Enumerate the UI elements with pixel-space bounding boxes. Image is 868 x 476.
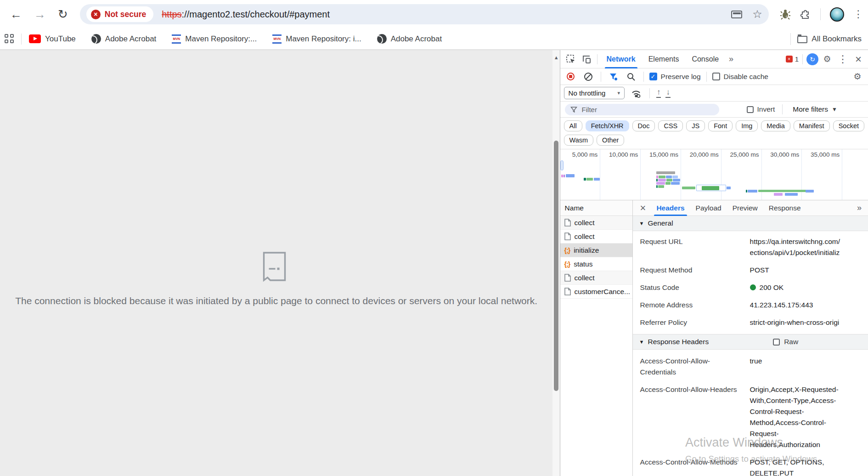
record-network-log-icon[interactable] xyxy=(564,70,578,83)
bookmark-maven-2[interactable]: MVNMaven Repository: i... xyxy=(272,34,361,44)
error-count: 1 xyxy=(795,55,799,63)
network-settings-icon[interactable]: ⚙ xyxy=(851,70,864,83)
not-secure-badge[interactable]: × Not secure xyxy=(86,6,153,22)
devtools-close-icon[interactable]: × xyxy=(851,53,865,66)
devtools-settings-icon[interactable]: ⚙ xyxy=(820,53,834,66)
general-section-header[interactable]: ▼ General xyxy=(633,216,868,231)
network-overview[interactable]: 5,000 ms 10,000 ms 15,000 ms 20,000 ms 2… xyxy=(560,149,868,200)
waterfall-bar xyxy=(594,178,600,181)
browser-toolbar: ← → ↻ × Not secure https://magento2.test… xyxy=(0,0,868,28)
bug-extension-icon[interactable]: c xyxy=(780,9,791,20)
chip-js[interactable]: JS xyxy=(686,120,705,131)
scrollbar-thumb[interactable] xyxy=(554,141,558,391)
chip-other[interactable]: Other xyxy=(597,135,624,146)
bookmark-youtube[interactable]: YouTube xyxy=(29,34,76,44)
extensions-puzzle-icon[interactable] xyxy=(800,9,811,20)
chip-manifest[interactable]: Manifest xyxy=(794,120,830,131)
all-bookmarks-label: All Bookmarks xyxy=(812,34,862,44)
header-label: Request Method xyxy=(640,265,744,276)
header-label: Status Code xyxy=(640,282,744,293)
bookmark-maven-1[interactable]: MVNMaven Repository:... xyxy=(172,34,257,44)
chip-css[interactable]: CSS xyxy=(658,120,683,131)
chip-wasm[interactable]: Wasm xyxy=(564,135,594,146)
device-toolbar-icon[interactable] xyxy=(580,53,593,66)
devtools-panel: Network Elements Console » × 1 ↻ ⚙ ⋮ × xyxy=(560,50,868,476)
apps-grid-icon[interactable] xyxy=(5,34,15,44)
inspect-element-icon[interactable] xyxy=(564,53,578,66)
detail-tab-response[interactable]: Response xyxy=(764,200,806,216)
request-row-collect-1[interactable]: collect xyxy=(560,216,632,230)
chevron-down-icon: ▾ xyxy=(617,90,620,96)
more-tabs-icon[interactable]: » xyxy=(726,54,736,64)
more-filters-button[interactable]: More filters ▼ xyxy=(793,105,837,113)
payment-card-icon[interactable] xyxy=(731,11,742,18)
preserve-log-checkbox[interactable]: ✓ xyxy=(649,73,657,80)
header-value: https://qa.interswitchng.com/ections/api… xyxy=(750,236,842,258)
back-icon[interactable]: ← xyxy=(10,8,22,20)
chip-media[interactable]: Media xyxy=(761,120,790,131)
network-conditions-icon[interactable] xyxy=(629,87,643,100)
tab-console[interactable]: Console xyxy=(686,50,724,68)
bookmark-acrobat-2[interactable]: Adobe Acrobat xyxy=(377,34,442,44)
profile-avatar[interactable] xyxy=(830,7,844,22)
forward-icon[interactable]: → xyxy=(34,8,46,20)
name-column-header[interactable]: Name xyxy=(560,200,632,216)
detail-tab-preview[interactable]: Preview xyxy=(727,200,763,216)
clear-network-log-icon[interactable] xyxy=(581,70,595,83)
waterfall-bar xyxy=(566,174,575,177)
detail-tab-headers[interactable]: Headers xyxy=(651,200,689,216)
tab-network[interactable]: Network xyxy=(601,50,641,68)
request-row-collect-3[interactable]: collect xyxy=(560,271,632,285)
header-value: Origin,Accept,X-Requested-With,Content-T… xyxy=(750,384,842,450)
all-bookmarks-button[interactable]: All Bookmarks xyxy=(797,34,862,44)
search-icon[interactable] xyxy=(624,70,638,83)
invert-checkbox[interactable] xyxy=(747,106,754,113)
address-bar[interactable]: × Not secure https://magento2.test/check… xyxy=(80,4,769,24)
bookmark-star-icon[interactable]: ☆ xyxy=(752,9,762,20)
filter-input[interactable]: Filter xyxy=(565,104,719,115)
reload-icon[interactable]: ↻ xyxy=(58,8,68,20)
request-row-status[interactable]: {;} status xyxy=(560,257,632,271)
throttling-select[interactable]: No throttling ▾ xyxy=(564,87,625,99)
tab-elements[interactable]: Elements xyxy=(643,50,685,68)
detail-more-tabs-icon[interactable]: » xyxy=(857,203,865,213)
scrollbar-up-icon[interactable]: ▲ xyxy=(552,55,560,60)
request-name: collect xyxy=(575,274,595,282)
chip-fetch-xhr[interactable]: Fetch/XHR xyxy=(586,120,629,131)
detail-tab-payload[interactable]: Payload xyxy=(691,200,727,216)
close-detail-icon[interactable]: × xyxy=(636,202,651,214)
not-secure-icon: × xyxy=(91,10,101,19)
request-row-initialize[interactable]: {;} initialize xyxy=(560,244,632,257)
console-error-badge[interactable]: × 1 xyxy=(786,55,799,63)
chip-doc[interactable]: Doc xyxy=(632,120,655,131)
chip-img[interactable]: Img xyxy=(736,120,758,131)
chip-all[interactable]: All xyxy=(564,120,582,131)
url-scheme: https xyxy=(162,9,181,19)
export-har-icon[interactable]: ↓ xyxy=(665,88,671,98)
waterfall-bar xyxy=(671,182,680,185)
chip-socket[interactable]: Socket xyxy=(833,120,864,131)
waterfall-bar xyxy=(561,175,563,177)
request-row-customercancel[interactable]: customerCance... xyxy=(560,285,632,299)
bookmark-label: Maven Repository: i... xyxy=(286,34,361,44)
bookmark-label: YouTube xyxy=(45,34,76,44)
waterfall-bar xyxy=(758,190,809,192)
devtools-menu-icon[interactable]: ⋮ xyxy=(836,53,850,66)
disclosure-icon: ▼ xyxy=(639,221,644,226)
response-headers-section-header[interactable]: ▼ Response Headers Raw xyxy=(633,334,868,350)
bookmark-acrobat-1[interactable]: Adobe Acrobat xyxy=(91,34,157,44)
page-scrollbar[interactable]: ▲ xyxy=(552,50,559,476)
youtube-icon xyxy=(29,34,41,43)
request-row-collect-2[interactable]: collect xyxy=(560,230,632,244)
filter-funnel-icon[interactable] xyxy=(607,70,620,83)
import-har-icon[interactable]: ↑ xyxy=(656,88,661,98)
ai-assistance-icon[interactable]: ↻ xyxy=(806,53,818,65)
request-url-line1: https://qa.interswitchng.com/ xyxy=(750,238,840,245)
browser-menu-icon[interactable]: ⋮ xyxy=(853,9,863,19)
raw-checkbox[interactable] xyxy=(773,339,780,346)
toolbar-divider xyxy=(820,8,821,20)
chip-font[interactable]: Font xyxy=(708,120,733,131)
disable-cache-checkbox[interactable] xyxy=(712,73,720,80)
url-text[interactable]: https://magento2.test/checkout/#payment xyxy=(162,9,731,20)
request-url-line2: ections/api/v1/pocket/initializ xyxy=(750,249,840,256)
